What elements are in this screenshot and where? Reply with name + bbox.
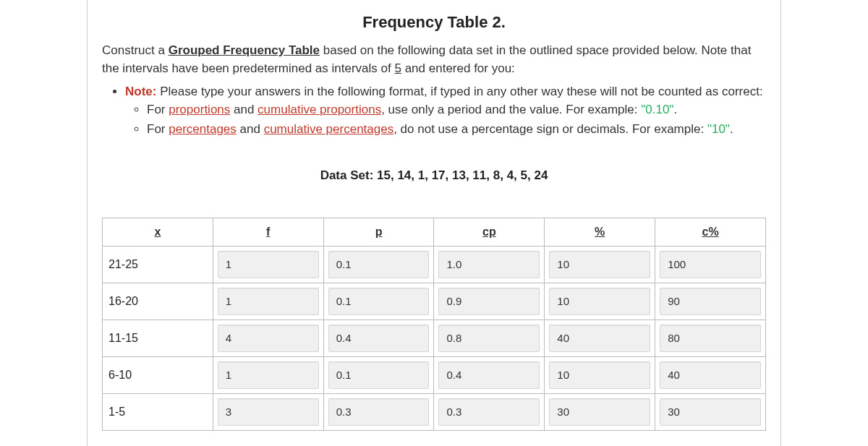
b2-cumpct: cumulative percentages: [264, 122, 394, 136]
input-cp[interactable]: 0.3: [438, 398, 540, 426]
input-pct[interactable]: 30: [549, 398, 650, 426]
b2-a: For: [147, 122, 169, 136]
page-container: Frequency Table 2. Construct a Grouped F…: [87, 0, 781, 446]
input-cp[interactable]: 0.8: [438, 325, 540, 352]
input-f[interactable]: 1: [218, 288, 319, 315]
table-header-row: x f p cp % c%: [103, 218, 766, 246]
col-f: f: [213, 218, 323, 246]
input-p[interactable]: 0.3: [328, 398, 430, 426]
b2-c: , do not use a percentage sign or decima…: [393, 122, 707, 136]
note-list: Note: Please type your answers in the fo…: [102, 83, 766, 138]
input-p[interactable]: 0.1: [328, 361, 430, 389]
row-x: 21-25: [103, 246, 213, 283]
data-set-label: Data Set: 15, 14, 1, 17, 13, 11, 8, 4, 5…: [102, 168, 766, 183]
input-pct[interactable]: 10: [549, 288, 650, 315]
table-row: 1-5 3 0.3 0.3 30 30: [103, 394, 766, 431]
input-pct[interactable]: 10: [549, 251, 650, 278]
input-cpct[interactable]: 80: [660, 325, 761, 352]
col-pct: %: [545, 218, 655, 246]
input-p[interactable]: 0.1: [328, 288, 430, 315]
instr-five: 5: [394, 61, 401, 75]
b2-d: .: [730, 122, 733, 136]
instr-part1: Construct a: [102, 43, 169, 57]
table-row: 16-20 1 0.1 0.9 10 90: [103, 283, 766, 320]
col-cp: cp: [434, 218, 545, 246]
row-x: 6-10: [103, 357, 213, 394]
instructions-text: Construct a Grouped Frequency Table base…: [102, 42, 766, 77]
b2-ex: "10": [707, 122, 730, 136]
row-x: 16-20: [103, 283, 213, 320]
input-f[interactable]: 1: [218, 361, 319, 389]
col-x: x: [103, 218, 213, 246]
input-cpct[interactable]: 30: [660, 398, 761, 426]
input-f[interactable]: 4: [218, 325, 319, 352]
input-p[interactable]: 0.1: [328, 251, 430, 278]
note-sub1: For proportions and cumulative proportio…: [147, 101, 766, 119]
row-x: 1-5: [103, 394, 213, 431]
b1-b: and: [230, 103, 258, 116]
table-body: 21-25 1 0.1 1.0 10 100 16-20 1 0.1 0.9 1…: [103, 246, 766, 431]
input-cp[interactable]: 0.4: [438, 361, 540, 389]
b1-ex: "0.10": [641, 103, 673, 116]
input-cp[interactable]: 1.0: [438, 251, 540, 278]
col-cpct: c%: [655, 218, 766, 246]
input-cp[interactable]: 0.9: [438, 288, 540, 315]
b1-prop: proportions: [169, 103, 230, 116]
table-row: 6-10 1 0.1 0.4 10 40: [103, 357, 766, 394]
input-f[interactable]: 1: [218, 251, 319, 278]
input-cpct[interactable]: 40: [660, 361, 761, 389]
b2-b: and: [237, 122, 264, 136]
table-row: 21-25 1 0.1 1.0 10 100: [103, 246, 766, 283]
note-sublist: For proportions and cumulative proportio…: [125, 101, 766, 138]
table-row: 11-15 4 0.4 0.8 40 80: [103, 320, 766, 357]
row-x: 11-15: [103, 320, 213, 357]
b1-cumprop: cumulative proportions: [258, 103, 381, 116]
input-p[interactable]: 0.4: [328, 325, 430, 352]
frequency-table: x f p cp % c% 21-25 1 0.1 1.0 10 100 16-…: [102, 218, 766, 431]
input-pct[interactable]: 10: [549, 361, 650, 389]
instr-grouped: Grouped Frequency Table: [169, 43, 320, 57]
input-pct[interactable]: 40: [549, 325, 650, 352]
input-cpct[interactable]: 100: [660, 251, 761, 278]
col-p: p: [323, 218, 434, 246]
b1-c: , use only a period and the value. For e…: [381, 103, 641, 116]
note-item: Note: Please type your answers in the fo…: [125, 83, 766, 138]
note-label: Note:: [125, 85, 156, 98]
b2-pct: percentages: [169, 122, 237, 136]
b1-a: For: [147, 103, 169, 116]
b1-d: .: [673, 103, 677, 116]
input-cpct[interactable]: 90: [660, 288, 761, 315]
note-text: Please type your answers in the followin…: [156, 85, 762, 98]
input-f[interactable]: 3: [218, 398, 319, 426]
instr-part3: and entered for you:: [401, 61, 515, 75]
note-sub2: For percentages and cumulative percentag…: [147, 121, 766, 139]
page-title: Frequency Table 2.: [102, 0, 766, 42]
